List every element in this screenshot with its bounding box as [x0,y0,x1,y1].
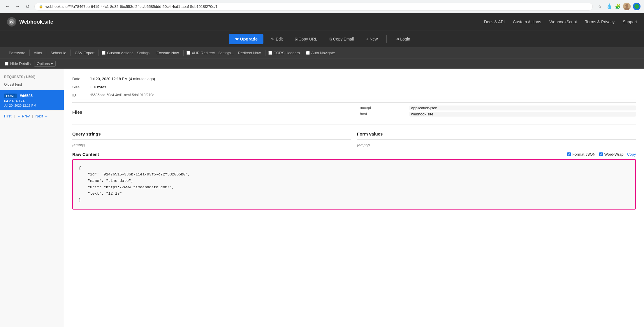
nav-webhookscript[interactable]: WebhookScript [549,20,577,24]
content-area: Date Jul 20, 2020 12:18 PM (4 minutes ag… [64,69,644,327]
puzzle-icon: 🧩 [615,4,621,9]
date-label: Date [72,77,90,81]
header-host-value: webhook.site [409,112,636,117]
sort-order[interactable]: Oldest First [0,81,64,90]
extension-icon [633,3,641,10]
custom-actions-settings[interactable]: Settings... [137,51,152,55]
upgrade-button[interactable]: ★ Upgrade [229,34,263,44]
form-values-title: Form values [357,131,636,136]
date-row: Date Jul 20, 2020 12:18 PM (4 minutes ag… [72,75,636,83]
browser-nav-buttons: ← → ↺ [3,2,31,10]
subtoolbar-alias[interactable]: Alias [30,50,46,56]
forward-button[interactable]: → [13,2,22,10]
xhr-settings[interactable]: Settings... [218,51,234,55]
logo-icon: W [7,17,16,27]
redirect-now-btn[interactable]: Redirect Now [234,50,265,56]
toolbar: ★ Upgrade ✎ Edit ⎘ Copy URL ⎘ Copy Email… [0,31,644,47]
nav-terms[interactable]: Terms & Privacy [585,20,615,24]
id-label: ID [72,93,90,97]
copy-url-button[interactable]: ⎘ Copy URL [290,34,322,44]
query-strings-section: Query strings (empty) [72,127,351,147]
word-wrap-checkbox[interactable] [599,152,603,156]
custom-actions-toggle[interactable]: Custom Actions [99,50,136,56]
hide-details-label: Hide Details [10,61,31,66]
back-button[interactable]: ← [3,2,12,10]
svg-point-1 [625,4,628,7]
size-label: Size [72,85,90,89]
lock-icon: 🔒 [39,4,43,8]
avatar [623,3,631,10]
toolbar-divider [386,35,387,43]
reload-button[interactable]: ↺ [23,2,31,10]
sub-toolbar: Password Alias Schedule CSV Export Custo… [0,47,644,59]
cors-headers-toggle[interactable]: CORS Headers [265,50,303,56]
format-json-label: Format JSON [572,152,595,157]
query-strings-value: (empty) [72,143,85,147]
raw-content-header: Raw Content Format JSON Word-Wrap Copy [72,152,636,157]
raw-content-box: { "id": "91476515-336b-11ea-93f5-c72f532… [72,159,636,210]
id-row: ID d6585ddd-50c4-4cd1-aeaf-5db1918f270e [72,91,636,99]
raw-content-text: { "id": "91476515-336b-11ea-93f5-c72f532… [79,165,629,204]
droplet-icon: 💧 [606,3,613,10]
size-value: 116 bytes [90,85,106,89]
execute-now-btn[interactable]: Execute Now [152,50,183,56]
subtoolbar-password[interactable]: Password [5,50,30,56]
header-host-key: host [360,112,407,117]
header-accept-value: application/json [409,106,636,110]
svg-point-3 [634,4,639,9]
svg-text:W: W [10,20,14,24]
login-button[interactable]: ⇥ Login [391,34,415,44]
hide-details-toggle[interactable]: Hide Details [5,61,31,66]
nav-support[interactable]: Support [623,20,637,24]
app-header: W Webhook.site Docs & API Custom Actions… [0,13,644,31]
method-badge: POST [4,94,17,98]
section-divider-files [72,102,636,103]
hide-details-checkbox[interactable] [5,62,8,66]
raw-content-title: Raw Content [72,152,99,157]
format-json-toggle[interactable]: Format JSON [567,152,595,157]
sidebar-request-item[interactable]: POST #d6585 64.237.40.74 Jul 20, 2020 12… [0,90,64,110]
nav-custom-actions[interactable]: Custom Actions [513,20,541,24]
subtoolbar-schedule[interactable]: Schedule [46,50,71,56]
request-ip: 64.237.40.74 [4,99,60,103]
word-wrap-toggle[interactable]: Word-Wrap [599,152,624,157]
auto-navigate-toggle[interactable]: Auto Navigate [303,50,338,56]
raw-content-options: Format JSON Word-Wrap Copy [567,152,636,157]
cors-headers-label: CORS Headers [274,51,300,55]
main-layout: REQUESTS (1/500) Oldest First POST #d658… [0,69,644,327]
new-button[interactable]: + New [361,34,382,44]
sidebar-pagination: First | ← Prev | Next → [0,110,64,122]
request-id: #d6585 [20,94,33,98]
nav-docs[interactable]: Docs & API [484,20,505,24]
options-button[interactable]: Options ▾ [34,61,55,67]
xhr-redirect-toggle[interactable]: XHR Redirect [184,50,218,56]
custom-actions-label: Custom Actions [107,51,133,55]
pagination-prev[interactable]: ← Prev [17,114,30,118]
app-logo: W Webhook.site [7,17,53,27]
subtoolbar-csv-export[interactable]: CSV Export [71,50,99,56]
copy-email-button[interactable]: ⎘ Copy Email [325,34,358,44]
logo-text: Webhook.site [19,19,53,25]
xhr-redirect-checkbox[interactable] [186,51,190,55]
files-title: Files [72,110,348,115]
address-bar[interactable]: 🔒 webhook.site/#!/a78467bb-6419-44c1-8d3… [34,3,593,10]
header-accept-key: accept [360,106,407,110]
form-values-section: Form values (empty) [357,127,636,147]
options-bar: Hide Details Options ▾ [0,59,644,69]
headers-grid: accept application/json host webhook.sit… [360,106,636,117]
pagination-next[interactable]: Next → [35,114,48,118]
auto-navigate-label: Auto Navigate [311,51,335,55]
custom-actions-checkbox[interactable] [102,51,105,55]
id-value: d6585ddd-50c4-4cd1-aeaf-5db1918f270e [90,93,154,97]
cors-headers-checkbox[interactable] [268,51,272,55]
form-values-value: (empty) [357,143,370,147]
edit-button[interactable]: ✎ Edit [266,34,287,44]
pagination-first[interactable]: First [4,114,11,118]
format-json-checkbox[interactable] [567,152,571,156]
browser-actions: ☆ 💧 🧩 [596,2,641,10]
auto-navigate-checkbox[interactable] [306,51,310,55]
copy-raw-button[interactable]: Copy [627,152,636,157]
xhr-redirect-label: XHR Redirect [192,51,215,55]
bookmark-button[interactable]: ☆ [596,2,604,10]
query-strings-title: Query strings [72,131,351,136]
